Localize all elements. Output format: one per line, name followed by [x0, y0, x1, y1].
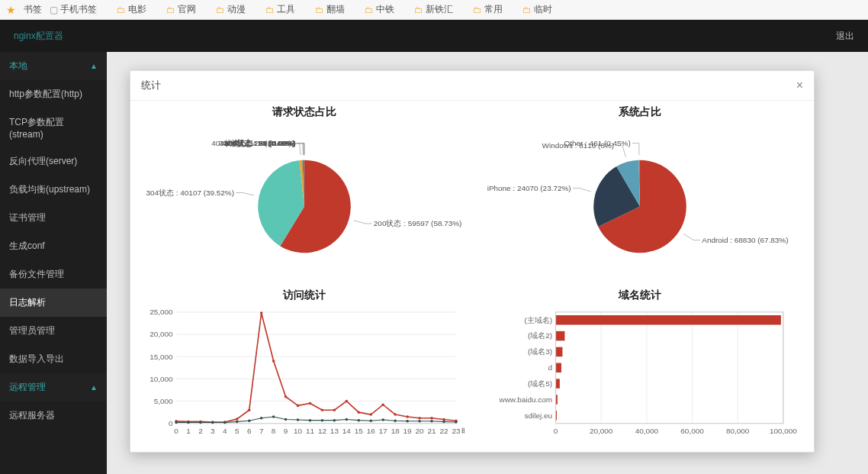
svg-text:21: 21: [428, 427, 437, 435]
svg-text:(域名5): (域名5): [528, 379, 552, 388]
svg-text:0: 0: [174, 427, 178, 435]
close-icon[interactable]: ×: [796, 79, 803, 92]
bar: [555, 347, 562, 357]
sidebar-item[interactable]: 管理员管理: [0, 317, 107, 345]
bookmark-item[interactable]: 🗀临时: [522, 3, 552, 16]
svg-text:(域名3): (域名3): [528, 347, 552, 356]
sidebar-item[interactable]: 负载均衡(upstream): [0, 176, 107, 204]
bookmark-item[interactable]: 🗀翻墙: [315, 3, 345, 16]
bookmark-item[interactable]: 🗀常用: [473, 3, 503, 16]
svg-text:18: 18: [391, 427, 400, 435]
app-header: nginx配置器 退出: [0, 20, 868, 52]
pie-chart: Android : 68830 (67.83%)iPhone : 24070 (…: [480, 122, 800, 282]
svg-text:22: 22: [439, 427, 448, 435]
chart-title: 请求状态占比: [272, 105, 336, 119]
logout-button[interactable]: 退出: [836, 30, 854, 43]
file-icon: ▢: [50, 5, 58, 15]
bookmark-item[interactable]: 🗀动漫: [216, 3, 246, 16]
svg-text:60,000: 60,000: [680, 427, 704, 435]
bookmark-label: 新铁汇: [426, 3, 453, 16]
bookmark-item[interactable]: 🗀中铁: [365, 3, 394, 16]
bookmark-label: 常用: [484, 3, 503, 16]
svg-text:8: 8: [272, 427, 276, 435]
folder-icon: 🗀: [473, 5, 482, 15]
pie-label: Android : 68830 (67.83%): [702, 236, 788, 244]
folder-icon: 🗀: [414, 5, 423, 15]
bookmark-item[interactable]: 🗀工具: [265, 3, 295, 16]
sidebar-item[interactable]: 生成conf: [0, 232, 107, 260]
bar: [555, 315, 780, 325]
pie-label: 200状态 : 59597 (58.73%): [374, 219, 462, 227]
caret-up-icon: ▲: [90, 62, 98, 70]
bookmark-item[interactable]: 🗀新铁汇: [414, 3, 453, 16]
svg-text:d: d: [548, 363, 553, 372]
brand[interactable]: nginx配置器: [14, 30, 63, 43]
svg-text:20,000: 20,000: [149, 330, 173, 338]
sidebar-section-label: 本地: [9, 60, 27, 73]
folder-icon: 🗀: [265, 5, 275, 15]
sidebar-section-remote[interactable]: 远程管理 ▲: [0, 373, 107, 401]
svg-text:6: 6: [247, 427, 252, 435]
svg-text:10: 10: [294, 427, 303, 435]
bar-chart: 020,00040,00060,00080,000100,000(主域名)(域名…: [480, 305, 800, 449]
svg-text:0: 0: [554, 427, 558, 435]
svg-text:时: 时: [461, 427, 465, 435]
folder-icon: 🗀: [365, 5, 374, 15]
bookmark-label: 动漫: [227, 3, 246, 16]
chart-request-status: 请求状态占比 200状态 : 59597 (58.73%)304状态 : 401…: [144, 105, 465, 282]
sidebar-item[interactable]: 远程服务器: [0, 401, 107, 430]
caret-up-icon: ▲: [90, 383, 98, 392]
bookmarks-bar: ★ 书签 ▢手机书签🗀电影🗀官网🗀动漫🗀工具🗀翻墙🗀中铁🗀新铁汇🗀常用🗀临时: [0, 0, 868, 20]
line-series: [176, 313, 456, 422]
svg-text:19: 19: [403, 427, 413, 435]
svg-text:sdilej.eu: sdilej.eu: [525, 411, 552, 420]
bar: [555, 379, 559, 389]
bookmark-label: 电影: [128, 3, 146, 16]
modal-title: 统计: [141, 79, 161, 92]
sidebar-item[interactable]: 数据导入导出: [0, 345, 107, 373]
bookmark-label: 翻墙: [326, 3, 345, 16]
svg-text:17: 17: [379, 427, 388, 435]
svg-text:www.baidu.com: www.baidu.com: [498, 395, 552, 404]
pie-chart: 200状态 : 59597 (58.73%)304状态 : 40107 (39.…: [144, 122, 465, 282]
svg-text:(主域名): (主域名): [524, 316, 552, 324]
stats-modal: 统计 × 请求状态占比 200状态 : 59597 (58.73%)304状态 …: [130, 70, 815, 453]
sidebar-section-local[interactable]: 本地 ▲: [0, 52, 107, 80]
svg-text:7: 7: [259, 427, 264, 435]
sidebar-item[interactable]: 反向代理(server): [0, 147, 107, 176]
svg-text:4: 4: [223, 427, 227, 435]
sidebar-item[interactable]: http参数配置(http): [0, 80, 107, 108]
svg-text:13: 13: [330, 427, 339, 435]
bookmarks-root[interactable]: 书签: [24, 3, 42, 16]
svg-rect-105: [555, 312, 783, 424]
bookmark-label: 官网: [178, 3, 196, 16]
chart-domains: 域名统计 020,00040,00060,00080,000100,000(主域…: [480, 289, 800, 449]
bookmark-item[interactable]: 🗀电影: [117, 3, 146, 16]
sidebar-item[interactable]: 证书管理: [0, 204, 107, 232]
sidebar-item[interactable]: 日志解析: [0, 289, 107, 317]
star-icon: ★: [6, 4, 16, 16]
bookmark-item[interactable]: ▢手机书签: [50, 3, 97, 16]
svg-text:5: 5: [235, 427, 240, 435]
line-chart: 05,00010,00015,00020,00025,0000123456789…: [144, 305, 465, 449]
svg-text:5,000: 5,000: [154, 397, 173, 405]
bar: [555, 363, 561, 373]
svg-text:23: 23: [452, 427, 461, 435]
bookmark-label: 临时: [534, 3, 552, 16]
chart-visits: 访问统计 05,00010,00015,00020,00025,00001234…: [144, 289, 465, 449]
sidebar-section-label: 远程管理: [9, 381, 46, 394]
bookmark-item[interactable]: 🗀官网: [166, 3, 196, 16]
svg-text:(域名2): (域名2): [528, 331, 552, 340]
chart-title: 访问统计: [283, 289, 326, 302]
svg-text:2: 2: [198, 427, 203, 435]
svg-text:40,000: 40,000: [635, 427, 659, 435]
modal-backdrop: 统计 × 请求状态占比 200状态 : 59597 (58.73%)304状态 …: [0, 20, 868, 474]
bookmark-label: 中铁: [376, 3, 394, 16]
folder-icon: 🗀: [315, 5, 324, 15]
sidebar-item[interactable]: TCP参数配置(stream): [0, 108, 107, 147]
svg-text:16: 16: [367, 427, 376, 435]
svg-text:12: 12: [318, 427, 327, 435]
svg-text:80,000: 80,000: [726, 427, 750, 435]
svg-text:9: 9: [284, 427, 288, 435]
sidebar-item[interactable]: 备份文件管理: [0, 260, 107, 289]
